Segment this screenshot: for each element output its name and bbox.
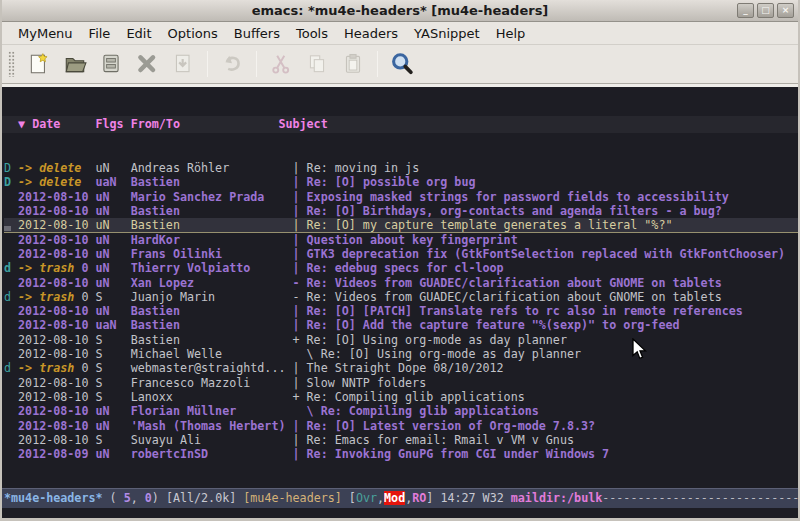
emacs-window: emacs: *mu4e-headers* [mu4e-headers] _ □… — [0, 0, 800, 521]
message-row[interactable]: 2012-08-10 uN Frans Oilinki | GTK3 depre… — [4, 247, 798, 261]
row-segment-tx: 2012-08-10 uN Bastien | Re: [O] Birthday… — [4, 204, 722, 218]
new-document-button[interactable] — [21, 48, 57, 80]
message-row[interactable]: 2012-08-10 uN Bastien | Re: [O] [PATCH] … — [4, 304, 798, 318]
row-segment-ac: -> trash — [18, 290, 74, 304]
modeline-segment-df: ) [All/2.0k] — [152, 491, 243, 505]
cut-scissors-icon — [269, 52, 293, 76]
modeline-segment-dir: maildir:/bulk — [511, 491, 602, 505]
message-row[interactable]: d -> trash 0 S webmaster@straightd... | … — [4, 361, 798, 375]
modeline-segment-df: , — [377, 491, 384, 505]
modeline-segment-major: [mu4e-headers] — [243, 491, 342, 505]
save-as-button[interactable] — [165, 48, 201, 80]
message-row[interactable]: d -> trash 0 uN Thierry Volpiatto | Re: … — [4, 261, 798, 275]
modeline-segment-ovr: Ovr — [356, 491, 377, 505]
row-segment-mk: d — [4, 261, 18, 275]
message-row[interactable]: 2012-08-10 S Michael Welle \ Re: [O] Usi… — [4, 347, 798, 361]
tool-bar — [2, 45, 798, 83]
row-segment-tx: 2012-08-10 uN Mario Sanchez Prada | Expo… — [4, 190, 729, 204]
undo-icon — [220, 52, 244, 76]
row-segment-ac: -> trash — [18, 261, 74, 275]
message-row[interactable]: d -> trash 0 S Juanjo Marin - Re: Videos… — [4, 290, 798, 304]
toolbar-separator — [207, 51, 208, 77]
message-row[interactable]: 2012-08-10 uN Florian Müllner \ Re: Comp… — [4, 404, 798, 418]
message-row[interactable]: 2012-08-10 S Francesco Mazzoli | Slow NN… — [4, 376, 798, 390]
message-row[interactable]: 2012-08-10 S Lanoxx + Re: Compiling glib… — [4, 390, 798, 404]
paste-button[interactable] — [335, 48, 371, 80]
undo-button[interactable] — [214, 48, 250, 80]
modeline-segment-df: [ — [342, 491, 356, 505]
save-as-icon — [171, 52, 195, 76]
row-segment-tx: 0 uN Thierry Volpiatto | Re: edebug spec… — [74, 261, 503, 275]
header-line: ▼ Date Flgs From/To Subject — [2, 116, 798, 133]
message-row[interactable]: 2012-08-10 uN Bastien | Re: [O] my captu… — [4, 218, 798, 232]
row-segment-tx: uN Andreas Röhler | Re: moving in js — [81, 161, 419, 175]
row-segment-tx: 2012-08-10 uN HardKor | Question about k… — [4, 233, 518, 247]
new-document-icon — [27, 52, 51, 76]
message-row[interactable]: 2012-08-10 uN Bastien | Re: [O] Birthday… — [4, 204, 798, 218]
row-segment-tx: 2012-08-10 uN Bastien | Re: [O] my captu… — [4, 218, 672, 232]
modeline-segment-buf: *mu4e-headers* — [4, 491, 103, 505]
modeline-segment-df: , — [131, 491, 145, 505]
row-segment-mk: D — [4, 161, 18, 175]
row-segment-tx: 0 S webmaster@straightd... | The Straigh… — [74, 361, 503, 375]
toolbar-separator — [377, 51, 378, 77]
row-segment-tx: 2012-08-10 S Lanoxx + Re: Compiling glib… — [4, 390, 525, 404]
modeline-segment-ro: RO — [412, 491, 426, 505]
row-segment-ac: -> trash — [18, 361, 74, 375]
row-segment-tx: 2012-08-10 uN Bastien | Re: [O] [PATCH] … — [4, 304, 743, 318]
menu-item-file[interactable]: File — [81, 24, 119, 43]
message-row[interactable]: D -> delete uN Andreas Röhler | Re: movi… — [4, 161, 798, 175]
title-bar[interactable]: emacs: *mu4e-headers* [mu4e-headers] _ □… — [2, 0, 798, 22]
message-row[interactable]: 2012-08-09 uN robertcInSD | Re: Invoking… — [4, 447, 798, 461]
message-row[interactable]: 2012-08-10 S Suvayu Ali | Re: Emacs for … — [4, 433, 798, 447]
save-button[interactable] — [93, 48, 129, 80]
toolbar-grip-handle[interactable] — [8, 51, 15, 77]
mode-line: *mu4e-headers* ( 5, 0) [All/2.0k] [mu4e-… — [2, 488, 798, 508]
window-controls: _ □ × — [737, 3, 794, 18]
row-segment-mk: d — [4, 361, 18, 375]
message-row[interactable]: 2012-08-10 uN HardKor | Question about k… — [4, 233, 798, 247]
message-row[interactable]: 2012-08-10 uN 'Mash (Thomas Herbert) | R… — [4, 419, 798, 433]
menu-item-buffers[interactable]: Buffers — [226, 24, 288, 43]
modeline-segment-df: ( — [103, 491, 124, 505]
copy-button[interactable] — [299, 48, 335, 80]
row-segment-tx: 2012-08-10 S Michael Welle \ Re: [O] Usi… — [4, 347, 581, 361]
menu-item-edit[interactable]: Edit — [118, 24, 159, 43]
close-button[interactable]: × — [777, 3, 794, 18]
buffer-area: ▼ Date Flgs From/To Subject D -> delete … — [2, 87, 798, 488]
row-segment-mk: d — [4, 290, 18, 304]
modeline-segment-num: 0 — [145, 491, 152, 505]
message-row[interactable]: 2012-08-10 S Bastien + Re: [O] Using org… — [4, 333, 798, 347]
save-icon — [99, 52, 123, 76]
echo-area[interactable] — [2, 508, 798, 518]
row-segment-tx: 2012-08-10 uN Frans Oilinki | GTK3 depre… — [4, 247, 785, 261]
message-row[interactable]: D -> delete uaN Bastien | Re: [O] possib… — [4, 175, 798, 189]
message-row[interactable]: 2012-08-10 uaN Bastien | Re: [O] Add the… — [4, 318, 798, 332]
menu-item-yasnippet[interactable]: YASnippet — [406, 24, 488, 43]
row-segment-tx: 2012-08-10 S Francesco Mazzoli | Slow NN… — [4, 376, 426, 390]
message-row[interactable]: 2012-08-10 uN Xan Lopez - Re: Videos fro… — [4, 276, 798, 290]
modeline-segment-dash: ---------------------------- — [602, 491, 798, 505]
row-segment-tx: 2012-08-10 uN Florian Müllner \ Re: Comp… — [4, 404, 539, 418]
maximize-button[interactable]: □ — [757, 3, 774, 18]
menu-item-tools[interactable]: Tools — [288, 24, 336, 43]
search-magnifier-icon — [389, 51, 415, 77]
search-button[interactable] — [384, 48, 420, 80]
menu-item-mymenu[interactable]: MyMenu — [10, 24, 81, 43]
menu-item-headers[interactable]: Headers — [336, 24, 406, 43]
cut-button[interactable] — [263, 48, 299, 80]
minimize-button[interactable]: _ — [737, 3, 754, 18]
message-row[interactable]: 2012-08-10 uN Mario Sanchez Prada | Expo… — [4, 190, 798, 204]
toolbar-separator — [256, 51, 257, 77]
menu-item-help[interactable]: Help — [488, 24, 534, 43]
open-folder-button[interactable] — [57, 48, 93, 80]
close-buffer-button[interactable] — [129, 48, 165, 80]
message-list: D -> delete uN Andreas Röhler | Re: movi… — [2, 161, 798, 461]
copy-icon — [305, 52, 329, 76]
row-segment-tx: uaN Bastien | Re: [O] possible org bug — [81, 175, 475, 189]
menu-item-options[interactable]: Options — [160, 24, 226, 43]
menu-bar: MyMenuFileEditOptionsBuffersToolsHeaders… — [2, 22, 798, 45]
row-segment-tx: 0 S Juanjo Marin - Re: Videos from GUADE… — [74, 290, 721, 304]
window-title: emacs: *mu4e-headers* [mu4e-headers] — [252, 3, 549, 18]
modeline-segment-df: ] 14:27 W32 — [426, 491, 510, 505]
